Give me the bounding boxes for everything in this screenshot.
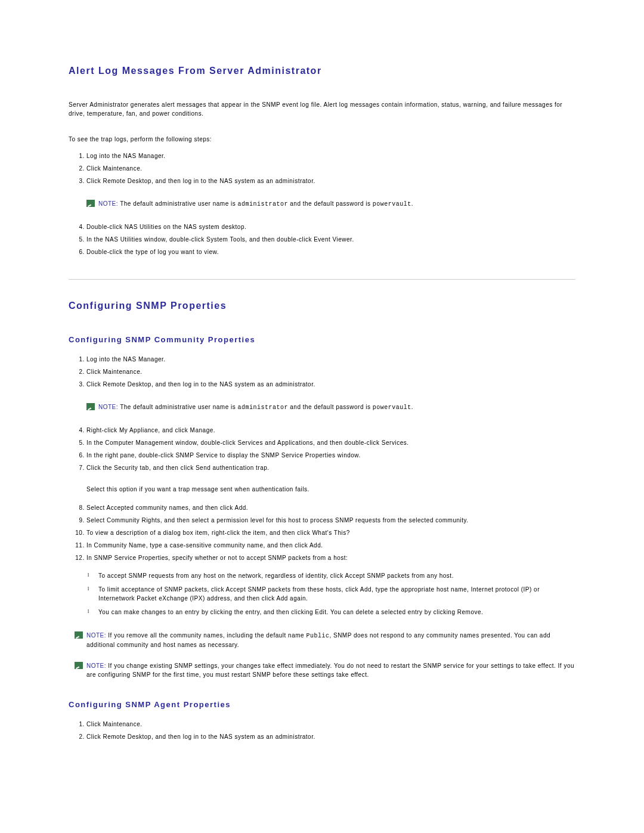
intro-paragraph: Server Administrator generates alert mes… <box>69 100 575 118</box>
step-item: Double-click the type of log you want to… <box>86 246 575 258</box>
sub-paragraph: Select this option if you want a trap me… <box>86 486 575 493</box>
step-item: In Community Name, type a case-sensitive… <box>86 539 575 552</box>
note-text: NOTE: The default administrative user na… <box>98 402 575 412</box>
section-heading-alert-log: Alert Log Messages From Server Administr… <box>69 66 575 76</box>
step-item: Log into the NAS Manager. <box>86 353 575 366</box>
step-item: In the right pane, double-click SNMP Ser… <box>86 449 575 462</box>
note-icon <box>75 631 83 639</box>
note-block: NOTE: The default administrative user na… <box>86 402 575 412</box>
note-icon <box>86 403 95 410</box>
step-item: In the Computer Management window, doubl… <box>86 436 575 449</box>
bullet-item: To accept SNMP requests from any host on… <box>98 569 575 583</box>
note-block: NOTE: The default administrative user na… <box>86 199 575 209</box>
subsection-heading-agent: Configuring SNMP Agent Properties <box>69 700 575 709</box>
section-divider <box>69 279 575 280</box>
step-item: Click the Security tab, and then click S… <box>86 462 575 474</box>
step-item: Click Remote Desktop, and then log in to… <box>86 378 575 391</box>
subsection-heading-community: Configuring SNMP Community Properties <box>69 335 575 344</box>
steps-list-2c: Select Accepted community names, and the… <box>69 501 575 564</box>
steps-list-1a: Log into the NAS Manager. Click Maintena… <box>69 150 575 187</box>
step-item: To view a description of a dialog box it… <box>86 527 575 539</box>
sub-bullet-list: To accept SNMP requests from any host on… <box>69 569 575 619</box>
note-icon <box>75 662 83 669</box>
note-text: NOTE: The default administrative user na… <box>98 199 575 209</box>
steps-list-2a: Log into the NAS Manager. Click Maintena… <box>69 353 575 391</box>
step-item: Log into the NAS Manager. <box>86 150 575 162</box>
steps-list-2b: Right-click My Appliance, and click Mana… <box>69 424 575 474</box>
step-item: Select Community Rights, and then select… <box>86 514 575 527</box>
steps-list-1b: Double-click NAS Utilities on the NAS sy… <box>69 221 575 258</box>
steps-list-3: Click Maintenance. Click Remote Desktop,… <box>69 718 575 743</box>
bullet-item: You can make changes to an entry by clic… <box>98 605 575 619</box>
note-text: NOTE: If you change existing SNMP settin… <box>86 661 575 679</box>
step-item: Click Remote Desktop, and then log in to… <box>86 730 575 743</box>
step-item: Right-click My Appliance, and click Mana… <box>86 424 575 436</box>
note-text: NOTE: If you remove all the community na… <box>86 631 575 649</box>
step-item: Click Maintenance. <box>86 162 575 175</box>
note-icon <box>86 200 95 207</box>
step-item: Select Accepted community names, and the… <box>86 501 575 514</box>
step-item: Click Maintenance. <box>86 366 575 378</box>
step-item: Click Maintenance. <box>86 718 575 730</box>
step-item: Click Remote Desktop, and then log in to… <box>86 175 575 187</box>
note-block: NOTE: If you change existing SNMP settin… <box>75 661 575 679</box>
step-item: Double-click NAS Utilities on the NAS sy… <box>86 221 575 233</box>
section-heading-snmp: Configuring SNMP Properties <box>69 301 575 311</box>
bullet-item: To limit acceptance of SNMP packets, cli… <box>98 583 575 605</box>
note-block: NOTE: If you remove all the community na… <box>75 631 575 649</box>
lead-text: To see the trap logs, perform the follow… <box>69 136 575 143</box>
step-item: In the NAS Utilities window, double-clic… <box>86 233 575 246</box>
step-item: In SNMP Service Properties, specify whet… <box>86 552 575 564</box>
